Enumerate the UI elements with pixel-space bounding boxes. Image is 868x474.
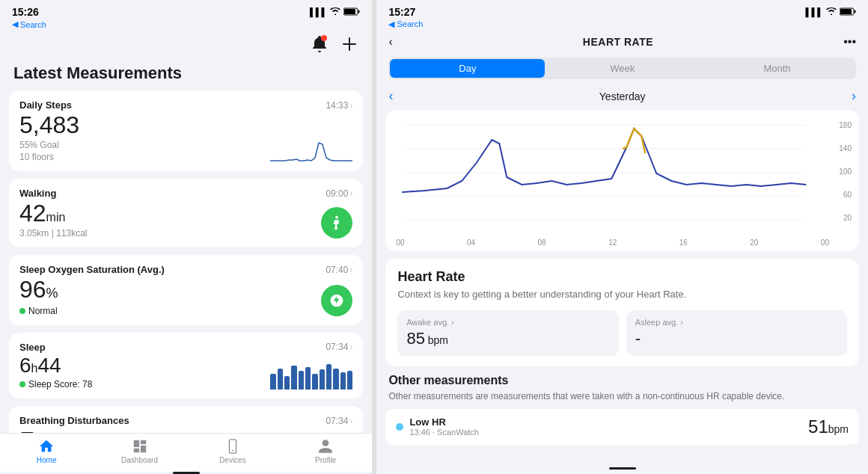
left-panel: 15:26 ▌▌▌ ◀ Search Latest Me — [0, 0, 372, 474]
y-label-60: 60 — [831, 191, 852, 199]
steps-chart — [270, 135, 352, 162]
low-hr-dot — [396, 423, 403, 431]
back-arrow-left: ◀ — [12, 19, 18, 29]
low-hr-name: Low HR — [409, 416, 479, 428]
walking-sub: 3.05km | 113kcal — [19, 228, 321, 238]
walking-value: 42min — [19, 200, 321, 227]
hr-info-desc: Context is key to getting a better under… — [397, 288, 847, 301]
daily-steps-card[interactable]: Daily Steps 14:33 › 5,483 55% Goal 10 fl… — [9, 90, 363, 171]
status-icons-left: ▌▌▌ — [310, 7, 360, 17]
sleep-value: 6h44 — [19, 354, 270, 378]
awake-avg-label: Awake avg. › — [406, 318, 609, 327]
other-title: Other measurements — [388, 374, 856, 387]
x-label-04: 04 — [467, 238, 475, 247]
low-hr-left: Low HR 13:46 · ScanWatch — [396, 416, 479, 437]
sleep-spo2-value: 96% — [19, 277, 321, 303]
nav-profile[interactable]: Profile — [279, 438, 372, 464]
other-desc: Other measurements are measurements that… — [388, 390, 856, 403]
asleep-avg-value: - — [635, 329, 838, 348]
x-axis: 00 04 08 12 16 20 00 — [393, 237, 852, 247]
breathing-value: Few — [19, 428, 321, 433]
sleep-time: 07:34 › — [326, 342, 352, 352]
hr-chart-svg — [393, 117, 831, 237]
hr-info-title: Heart Rate — [397, 269, 847, 285]
x-label-08: 08 — [538, 238, 546, 247]
x-label-00a: 00 — [396, 238, 404, 247]
back-arrow-right: ◀ — [388, 19, 394, 28]
add-button[interactable] — [339, 34, 360, 55]
svg-rect-7 — [855, 10, 856, 13]
sleep-card[interactable]: Sleep 07:34 › 6h44 Sleep Score: 78 — [9, 333, 363, 399]
svg-rect-1 — [358, 10, 360, 13]
sleep-spo2-icon — [321, 285, 352, 316]
battery-icon-right — [840, 7, 856, 17]
segment-month[interactable]: Month — [700, 59, 855, 78]
low-hr-row[interactable]: Low HR 13:46 · ScanWatch 51bpm — [385, 409, 859, 445]
wifi-icon-right — [826, 7, 837, 16]
more-options-button[interactable]: ••• — [843, 35, 856, 49]
x-label-16: 16 — [679, 238, 688, 247]
nav-dashboard[interactable]: Dashboard — [93, 438, 186, 464]
asleep-avg-card[interactable]: Asleep avg. › - — [626, 310, 847, 356]
signal-icon-left: ▌▌▌ — [310, 7, 327, 16]
daily-steps-time: 14:33 › — [326, 100, 352, 111]
nav-devices-label: Devices — [219, 456, 246, 464]
time-left: 15:26 — [12, 6, 39, 18]
walking-card[interactable]: Walking 09:00 › 42min 3.05km | 113kcal — [9, 179, 363, 247]
y-axis: 180 140 100 60 20 — [831, 117, 852, 237]
r-header: ‹ HEART RATE ••• — [376, 32, 868, 55]
status-bar-left: 15:26 ▌▌▌ — [0, 0, 372, 19]
sleep-score-badge: Sleep Score: 78 — [19, 379, 270, 390]
awake-avg-card[interactable]: Awake avg. › 85 bpm — [397, 310, 618, 356]
hr-chart-area: 180 140 100 60 20 00 04 08 12 16 20 00 — [385, 110, 859, 251]
y-label-20: 20 — [831, 214, 852, 222]
status-icons-right: ▌▌▌ — [806, 7, 856, 17]
nav-home[interactable]: Home — [0, 438, 93, 464]
date-nav-row: ‹ Yesterday › — [376, 85, 868, 110]
y-label-100: 100 — [831, 167, 852, 176]
svg-rect-2 — [344, 9, 355, 14]
segment-day[interactable]: Day — [390, 59, 545, 78]
nav-devices[interactable]: Devices — [186, 438, 279, 464]
segment-control: Day Week Month — [388, 58, 856, 79]
hr-info-section: Heart Rate Context is key to getting a b… — [385, 259, 859, 366]
nav-home-label: Home — [37, 456, 57, 464]
sleep-spo2-time: 07:40 › — [326, 265, 352, 275]
y-label-180: 180 — [831, 121, 852, 129]
low-hr-time: 13:46 · ScanWatch — [409, 428, 479, 437]
breathing-time: 07:34 › — [326, 416, 352, 426]
x-label-20: 20 — [750, 238, 758, 247]
back-search-right[interactable]: ◀ Search — [376, 19, 868, 32]
prev-day-button[interactable]: ‹ — [388, 88, 393, 104]
back-label-right: Search — [397, 19, 423, 28]
scroll-content: Daily Steps 14:33 › 5,483 55% Goal 10 fl… — [0, 90, 372, 433]
svg-rect-8 — [840, 9, 852, 14]
awake-avg-value: 85 bpm — [406, 329, 609, 348]
back-search-left[interactable]: ◀ Search — [0, 19, 372, 32]
next-day-button[interactable]: › — [852, 88, 856, 104]
page-title: Latest Measurements — [0, 61, 372, 90]
daily-steps-sub2: 10 floors — [19, 152, 270, 162]
bottom-nav: Home Dashboard Devices Profile — [0, 433, 372, 472]
daily-steps-value: 5,483 — [19, 112, 270, 138]
x-label-12: 12 — [608, 238, 617, 247]
nav-dashboard-label: Dashboard — [121, 456, 158, 464]
sleep-spo2-badge: Normal — [19, 306, 321, 316]
back-label-left: Search — [20, 20, 46, 29]
avg-row: Awake avg. › 85 bpm Asleep avg. › - — [397, 310, 847, 356]
segment-week[interactable]: Week — [545, 59, 700, 78]
signal-icon-right: ▌▌▌ — [806, 7, 823, 16]
svg-rect-4 — [229, 440, 236, 453]
sleep-spo2-card[interactable]: Sleep Oxygen Saturation (Avg.) 07:40 › 9… — [9, 255, 363, 324]
battery-icon-left — [343, 7, 360, 17]
notification-button[interactable] — [309, 34, 330, 55]
nav-profile-label: Profile — [315, 456, 336, 464]
current-day-label: Yesterday — [599, 90, 646, 102]
hr-page-title: HEART RATE — [393, 36, 843, 48]
y-label-140: 140 — [831, 144, 852, 153]
breathing-card[interactable]: Breathing Disturbances 07:34 › Few Norma… — [9, 406, 363, 433]
asleep-avg-label: Asleep avg. › — [635, 318, 838, 327]
svg-point-3 — [336, 216, 339, 219]
low-hr-value: 51bpm — [808, 416, 849, 437]
x-label-00b: 00 — [821, 238, 829, 247]
